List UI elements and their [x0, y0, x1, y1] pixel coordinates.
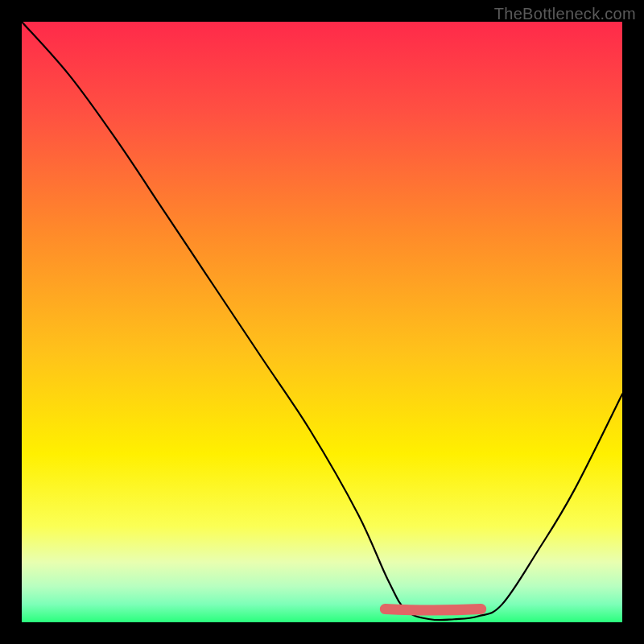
curve-line [22, 22, 622, 620]
watermark-text: TheBottleneck.com [494, 5, 636, 23]
flat-highlight-segment [385, 609, 481, 611]
chart-svg [22, 22, 622, 622]
